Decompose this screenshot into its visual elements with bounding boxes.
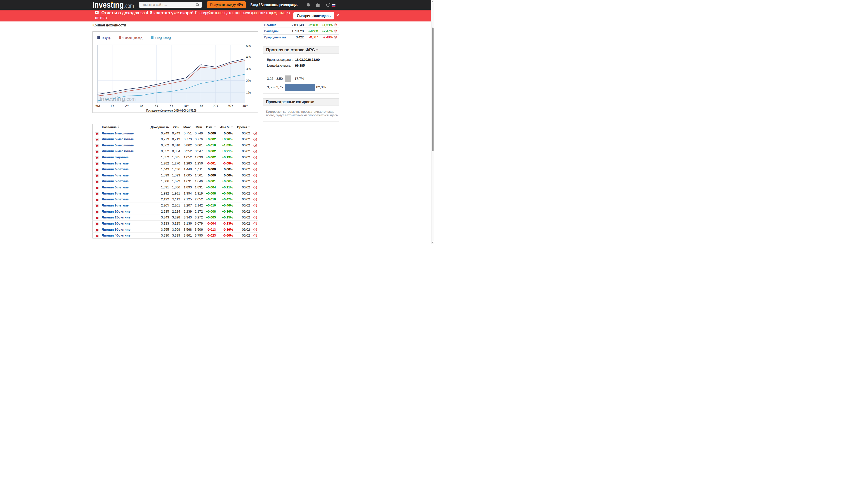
- svg-text:3Y: 3Y: [140, 104, 144, 107]
- svg-text:5Y: 5Y: [155, 104, 159, 107]
- svg-text:5%: 5%: [246, 44, 251, 48]
- svg-text:15Y: 15Y: [198, 104, 204, 107]
- svg-text:6M: 6M: [95, 104, 100, 107]
- svg-text:1Y: 1Y: [110, 104, 114, 107]
- svg-text:4%: 4%: [246, 55, 251, 59]
- svg-text:7Y: 7Y: [169, 104, 174, 107]
- svg-text:2Y: 2Y: [125, 104, 129, 107]
- svg-text:3%: 3%: [246, 67, 251, 71]
- svg-text:2%: 2%: [246, 78, 251, 83]
- svg-text:40Y: 40Y: [242, 104, 248, 107]
- svg-text:1%: 1%: [246, 91, 251, 94]
- svg-text:30Y: 30Y: [227, 104, 233, 107]
- svg-text:10Y: 10Y: [183, 104, 189, 107]
- svg-text:20Y: 20Y: [213, 104, 219, 107]
